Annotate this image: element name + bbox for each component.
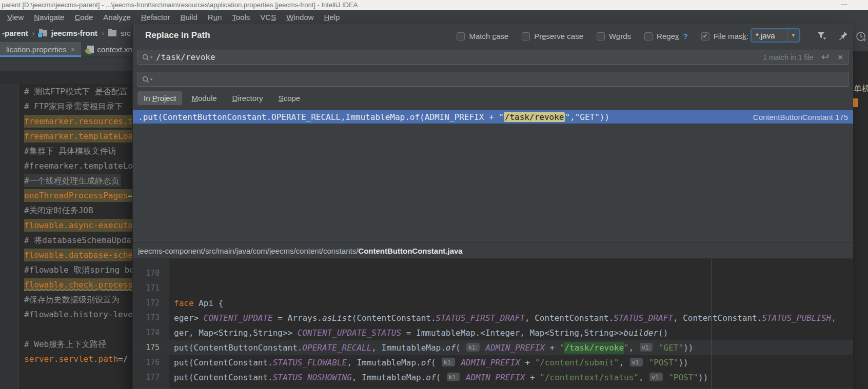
tab-application-properties[interactable]: lication.properties × [0,42,81,57]
line-number: 175 [133,340,160,355]
code-segment: "/contentext/status" [540,373,639,382]
menu-bar: ViewNavigateCodeAnalyzeRefactorBuildRunT… [0,10,868,24]
pin-icon[interactable] [837,30,849,42]
menu-item-navigate[interactable]: Navigate [29,10,69,24]
chevron-down-icon[interactable]: ▼ [787,29,799,42]
tab-context-xml[interactable]: context.xm [81,42,141,57]
line-number: 172 [133,296,160,311]
option-words[interactable]: Words [597,32,631,40]
scope-tab-directory[interactable]: Directory [226,91,269,105]
filter-icon[interactable] [816,30,827,42]
match-highlight: /task/revoke [504,112,565,122]
unchecked-checkbox[interactable] [522,32,530,40]
breadcrumb-item-jeecms-front[interactable]: jeecms-front [51,29,97,37]
menu-item-view[interactable]: View [2,10,29,24]
preview-code-line: 174ger, Map<String,String>> CONTENT_UPDA… [133,325,853,340]
match-count: 1 match in 1 file [763,53,813,62]
clear-search-icon[interactable]: ✕ [837,53,843,62]
result-location: ContentButtonConstant 175 [753,113,848,121]
code-segment: "POST" [649,358,679,367]
search-field[interactable]: /task/revoke 1 match in 1 file ✕ [137,50,849,65]
replace-field[interactable] [137,72,849,87]
code-segment: ADMIN_PREFIX [466,373,525,382]
menu-item-build[interactable]: Build [175,10,202,24]
code-segment: asList [322,313,352,323]
code-segment: "/content/submit" [535,358,619,367]
scope-tab-in-project[interactable]: In Project [137,91,182,105]
properties-line: #集群下 具体模板文件访 [24,144,132,158]
menu-item-refactor[interactable]: Refactor [136,10,175,24]
breadcrumb-item-src[interactable]: src [121,29,131,37]
preview-file-path: jeecms-component/src/main/java/com/jeecm… [133,242,853,259]
option-match-case[interactable]: Match case [457,32,508,40]
properties-line: #freemarker.templateLoa [24,158,132,173]
unchecked-checkbox[interactable] [597,32,605,40]
replace-history-icon[interactable] [142,75,154,84]
code-segment [654,343,659,353]
properties-editor[interactable]: # 测试FTP模式下 是否配置# FTP家目录需要根目录下freemarker.… [0,57,132,389]
code-segment: STATUS_PUBLISH [762,313,831,323]
properties-line: server.servlet.path=/ [24,352,132,366]
code-segment: , [629,343,639,353]
close-tab-icon[interactable]: × [71,46,75,53]
editor-dark-strip [0,71,132,84]
code-segment [456,358,461,367]
regex-help-icon[interactable]: ? [683,32,687,40]
code-segment: = Arrays. [273,313,322,323]
menu-item-run[interactable]: Run [203,10,227,24]
breadcrumb-item-parent[interactable]: -parent [2,29,28,37]
clock-cursor-icon[interactable] [855,31,868,45]
code-segment: STATUS_DRAFT [614,313,673,323]
code-segment: ( [431,358,441,367]
editor-right-sliver: 单机 [853,24,868,389]
properties-line: #一个线程处理生成静态页 [24,173,132,188]
code-segment: , [619,358,628,367]
clipped-editor-text: 单机 [854,81,868,96]
editor-toolbar-sliver [853,24,868,51]
parameter-hint: k1: [447,373,460,381]
preview-code-line: 173eger> CONTENT_UPDATE = Arrays.asList(… [133,311,853,325]
minimize-button[interactable]: — [841,0,847,9]
clipped-highlight-block [853,98,858,107]
properties-line: freemarker.templateLoad [24,129,132,144]
menu-item-analyze[interactable]: Analyze [98,10,135,24]
tab-label: lication.properties [6,45,67,54]
menu-item-vcs[interactable]: VCS [255,10,281,24]
menu-item-code[interactable]: Code [69,10,98,24]
file-mask-combo[interactable]: *.java ▼ [751,28,800,43]
code-segment: put(ContentConstant. [174,373,273,382]
unchecked-checkbox[interactable] [644,32,653,40]
option-preserve-case[interactable]: Preserve case [522,32,583,40]
option-label: Words [609,32,631,40]
code-segment: " [624,343,629,353]
option-regex[interactable]: Regex? [644,32,688,40]
menu-item-tools[interactable]: Tools [227,10,255,24]
code-segment: , [831,313,836,323]
properties-line: # FTP家目录需要根目录下 [24,99,132,114]
code-segment: "GET" [659,343,683,353]
option-file-mask[interactable]: ✓File mask: [701,32,748,40]
code-preview[interactable]: 170171172face Api {173eger> CONTENT_UPDA… [133,259,853,388]
search-icon[interactable] [142,53,154,62]
menu-item-window[interactable]: Window [281,10,319,24]
checked-checkbox[interactable]: ✓ [701,32,709,40]
properties-lines: # 测试FTP模式下 是否配置# FTP家目录需要根目录下freemarker.… [24,84,132,366]
menu-item-help[interactable]: Help [319,10,345,24]
result-code-text: .put(ContentButtonConstant.OPERATE_RECAL… [138,112,747,122]
scope-tab-module[interactable]: Module [185,91,223,105]
parameter-hint: k1: [442,358,455,366]
code-segment: ( [456,343,465,353]
unchecked-checkbox[interactable] [457,32,465,40]
properties-line: #flowable 取消spring bo [24,262,132,277]
intellij-window: { "window": { "title": "parent [D:\\jeec… [0,0,868,389]
code-segment [481,343,486,353]
code-segment: () [658,328,668,338]
new-line-icon[interactable] [820,54,829,60]
search-result-row[interactable]: .put(ContentButtonConstant.OPERATE_RECAL… [133,110,853,124]
search-input[interactable]: /task/revoke [156,52,763,62]
code-segment: face [174,298,194,308]
properties-line: # 将databaseSchemaUpdat [24,233,132,248]
option-label: Preserve case [534,32,583,40]
scope-tab-scope[interactable]: Scope [272,91,307,105]
preview-lines: 170171172face Api {173eger> CONTENT_UPDA… [133,266,853,385]
